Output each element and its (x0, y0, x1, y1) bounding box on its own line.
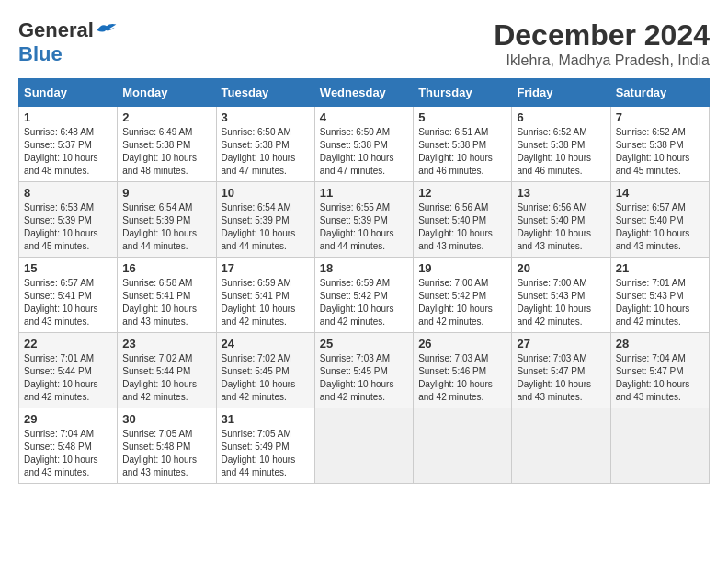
daylight-text: Daylight: 10 hours and 42 minutes. (320, 379, 394, 402)
sunrise-text: Sunrise: 6:58 AM (122, 278, 192, 288)
calendar-day-cell: 14 Sunrise: 6:57 AM Sunset: 5:40 PM Dayl… (610, 182, 709, 258)
sunrise-text: Sunrise: 7:03 AM (320, 353, 390, 363)
daylight-text: Daylight: 10 hours and 45 minutes. (616, 153, 690, 176)
daylight-text: Daylight: 10 hours and 42 minutes. (222, 304, 296, 327)
sunset-text: Sunset: 5:39 PM (222, 215, 290, 225)
sunset-text: Sunset: 5:38 PM (616, 140, 684, 150)
daylight-text: Daylight: 10 hours and 43 minutes. (122, 304, 197, 327)
day-number: 24 (222, 337, 310, 350)
sunset-text: Sunset: 5:46 PM (418, 366, 486, 376)
daylight-text: Daylight: 10 hours and 42 minutes. (222, 379, 296, 402)
daylight-text: Daylight: 10 hours and 42 minutes. (24, 379, 98, 402)
calendar-header: Sunday Monday Tuesday Wednesday Thursday… (19, 79, 710, 107)
calendar-day-cell: 2 Sunrise: 6:49 AM Sunset: 5:38 PM Dayli… (118, 107, 216, 182)
day-info: Sunrise: 7:01 AM Sunset: 5:44 PM Dayligh… (24, 352, 112, 404)
sunset-text: Sunset: 5:45 PM (320, 366, 388, 376)
daylight-text: Daylight: 10 hours and 43 minutes. (24, 304, 98, 327)
calendar-day-cell: 29 Sunrise: 7:04 AM Sunset: 5:48 PM Dayl… (19, 408, 118, 484)
sunrise-text: Sunrise: 6:59 AM (222, 278, 291, 288)
day-info: Sunrise: 6:50 AM Sunset: 5:38 PM Dayligh… (320, 126, 408, 178)
day-info: Sunrise: 7:00 AM Sunset: 5:43 PM Dayligh… (517, 277, 605, 328)
day-number: 14 (616, 186, 704, 200)
logo: General (18, 18, 118, 42)
day-number: 16 (122, 261, 210, 275)
daylight-text: Daylight: 10 hours and 42 minutes. (418, 304, 493, 327)
sunrise-text: Sunrise: 6:56 AM (517, 202, 586, 213)
day-info: Sunrise: 6:58 AM Sunset: 5:41 PM Dayligh… (122, 277, 210, 328)
sunrise-text: Sunrise: 6:50 AM (320, 127, 390, 137)
calendar-day-cell (414, 408, 512, 484)
calendar-day-cell: 5 Sunrise: 6:51 AM Sunset: 5:38 PM Dayli… (414, 107, 512, 182)
calendar-day-cell: 17 Sunrise: 6:59 AM Sunset: 5:41 PM Dayl… (216, 258, 314, 333)
sunset-text: Sunset: 5:40 PM (418, 215, 486, 225)
day-info: Sunrise: 6:56 AM Sunset: 5:40 PM Dayligh… (517, 201, 605, 253)
day-info: Sunrise: 7:00 AM Sunset: 5:42 PM Dayligh… (418, 277, 506, 328)
calendar-day-cell: 22 Sunrise: 7:01 AM Sunset: 5:44 PM Dayl… (19, 333, 118, 408)
calendar-day-cell: 26 Sunrise: 7:03 AM Sunset: 5:46 PM Dayl… (414, 333, 512, 408)
calendar-day-cell: 6 Sunrise: 6:52 AM Sunset: 5:38 PM Dayli… (512, 107, 610, 182)
title-area: December 2024 Iklehra, Madhya Pradesh, I… (494, 18, 710, 69)
day-info: Sunrise: 6:57 AM Sunset: 5:41 PM Dayligh… (24, 277, 112, 328)
day-number: 20 (517, 261, 605, 275)
day-number: 12 (418, 186, 506, 200)
header-saturday: Saturday (610, 79, 709, 107)
day-number: 2 (122, 110, 210, 124)
weekday-header-row: Sunday Monday Tuesday Wednesday Thursday… (19, 79, 710, 107)
daylight-text: Daylight: 10 hours and 43 minutes. (24, 454, 98, 477)
day-info: Sunrise: 6:48 AM Sunset: 5:37 PM Dayligh… (24, 126, 112, 178)
sunrise-text: Sunrise: 6:52 AM (517, 127, 586, 137)
day-info: Sunrise: 6:49 AM Sunset: 5:38 PM Dayligh… (122, 126, 210, 178)
day-info: Sunrise: 6:55 AM Sunset: 5:39 PM Dayligh… (320, 201, 408, 253)
day-number: 22 (24, 337, 112, 350)
day-number: 21 (616, 261, 704, 275)
header-wednesday: Wednesday (314, 79, 413, 107)
header-friday: Friday (512, 79, 610, 107)
daylight-text: Daylight: 10 hours and 44 minutes. (122, 228, 197, 251)
calendar-day-cell: 13 Sunrise: 6:56 AM Sunset: 5:40 PM Dayl… (512, 182, 610, 258)
day-number: 11 (320, 186, 408, 200)
day-number: 15 (24, 261, 112, 275)
calendar-day-cell: 27 Sunrise: 7:03 AM Sunset: 5:47 PM Dayl… (512, 333, 610, 408)
calendar-day-cell (610, 408, 709, 484)
calendar-body: 1 Sunrise: 6:48 AM Sunset: 5:37 PM Dayli… (19, 107, 710, 484)
day-info: Sunrise: 7:04 AM Sunset: 5:48 PM Dayligh… (24, 428, 112, 479)
calendar-day-cell: 15 Sunrise: 6:57 AM Sunset: 5:41 PM Dayl… (19, 258, 118, 333)
day-number: 1 (24, 110, 112, 124)
day-number: 7 (616, 110, 704, 124)
calendar-title: December 2024 (494, 18, 710, 52)
day-info: Sunrise: 6:50 AM Sunset: 5:38 PM Dayligh… (222, 126, 310, 178)
calendar-day-cell: 31 Sunrise: 7:05 AM Sunset: 5:49 PM Dayl… (216, 408, 314, 484)
calendar-day-cell: 18 Sunrise: 6:59 AM Sunset: 5:42 PM Dayl… (314, 258, 413, 333)
day-number: 6 (517, 110, 605, 124)
sunrise-text: Sunrise: 7:01 AM (616, 278, 686, 288)
sunrise-text: Sunrise: 6:48 AM (24, 127, 94, 137)
day-info: Sunrise: 6:54 AM Sunset: 5:39 PM Dayligh… (122, 201, 210, 253)
day-number: 8 (24, 186, 112, 200)
header-monday: Monday (118, 79, 216, 107)
day-info: Sunrise: 6:57 AM Sunset: 5:40 PM Dayligh… (616, 201, 704, 253)
sunset-text: Sunset: 5:41 PM (222, 291, 290, 301)
calendar-day-cell: 25 Sunrise: 7:03 AM Sunset: 5:45 PM Dayl… (314, 333, 413, 408)
calendar-day-cell: 9 Sunrise: 6:54 AM Sunset: 5:39 PM Dayli… (118, 182, 216, 258)
day-info: Sunrise: 6:59 AM Sunset: 5:41 PM Dayligh… (222, 277, 310, 328)
logo-area: General Blue (18, 18, 118, 66)
sunrise-text: Sunrise: 7:01 AM (24, 353, 94, 363)
sunset-text: Sunset: 5:38 PM (418, 140, 486, 150)
daylight-text: Daylight: 10 hours and 48 minutes. (122, 153, 197, 176)
calendar-day-cell: 8 Sunrise: 6:53 AM Sunset: 5:39 PM Dayli… (19, 182, 118, 258)
sunrise-text: Sunrise: 7:04 AM (24, 429, 94, 439)
sunrise-text: Sunrise: 6:49 AM (122, 127, 192, 137)
day-info: Sunrise: 6:52 AM Sunset: 5:38 PM Dayligh… (616, 126, 704, 178)
sunset-text: Sunset: 5:48 PM (122, 442, 190, 452)
sunset-text: Sunset: 5:49 PM (222, 442, 290, 452)
sunset-text: Sunset: 5:41 PM (24, 291, 92, 301)
sunrise-text: Sunrise: 7:03 AM (517, 353, 586, 363)
day-number: 4 (320, 110, 408, 124)
sunrise-text: Sunrise: 6:56 AM (418, 202, 488, 213)
calendar-table: Sunday Monday Tuesday Wednesday Thursday… (18, 78, 710, 484)
sunset-text: Sunset: 5:45 PM (222, 366, 290, 376)
daylight-text: Daylight: 10 hours and 43 minutes. (122, 454, 197, 477)
day-info: Sunrise: 7:02 AM Sunset: 5:44 PM Dayligh… (122, 352, 210, 404)
daylight-text: Daylight: 10 hours and 42 minutes. (320, 304, 394, 327)
calendar-week-row: 1 Sunrise: 6:48 AM Sunset: 5:37 PM Dayli… (19, 107, 710, 182)
